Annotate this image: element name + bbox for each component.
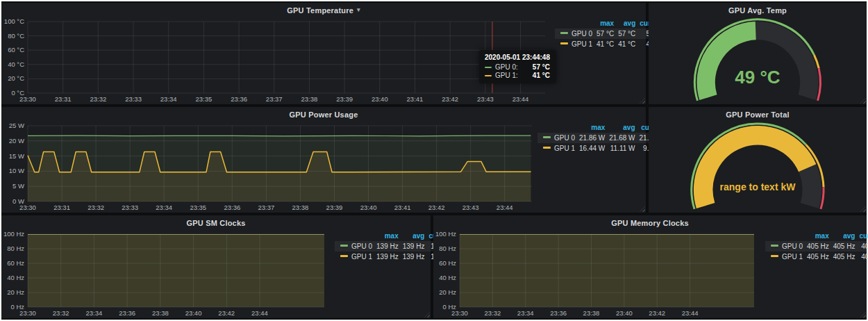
legend-series-name[interactable]: GPU 0 <box>555 28 592 39</box>
svg-text:23:34: 23:34 <box>517 309 534 317</box>
legend-col-avg[interactable]: avg <box>614 18 635 28</box>
svg-text:23:34: 23:34 <box>86 309 103 317</box>
svg-text:40 °C: 40 °C <box>8 60 24 68</box>
legend-series-name[interactable]: GPU 1 <box>765 252 803 262</box>
series-swatch-icon <box>340 255 348 257</box>
legend-value: 139 Hz <box>399 241 425 252</box>
svg-text:23:34: 23:34 <box>156 204 172 211</box>
panel-title-gpu-power-usage[interactable]: GPU Power Usage <box>1 107 646 122</box>
legend-col-max[interactable]: max <box>592 18 614 28</box>
svg-text:23:42: 23:42 <box>428 204 445 211</box>
svg-text:80 °C: 80 °C <box>8 32 24 40</box>
panel-title-gpu-avg-temp[interactable]: GPU Avg. Temp <box>649 3 867 17</box>
panel-title-gpu-power-total[interactable]: GPU Power Total <box>649 107 867 122</box>
panel-title-text: GPU Memory Clocks <box>611 219 689 227</box>
svg-text:23:37: 23:37 <box>258 204 274 211</box>
gpu-avg-temp-gauge: 49 °C <box>649 17 867 104</box>
panel-title-text: GPU SM Clocks <box>186 219 245 227</box>
gpu-power-usage-chart[interactable]: 0 W5 W10 W15 W20 W25 W23:3023:3123:3223:… <box>1 122 537 213</box>
legend-col-avg[interactable]: avg <box>829 231 856 241</box>
svg-text:60 °C: 60 °C <box>8 46 24 54</box>
svg-text:60 Hz: 60 Hz <box>7 259 24 267</box>
legend-value: 405 Hz <box>855 252 868 262</box>
svg-text:23:32: 23:32 <box>87 204 104 211</box>
panel-title-gpu-temperature[interactable]: GPU Temperature ▾ <box>1 3 646 17</box>
tooltip-series-value: 57 °C <box>526 63 550 71</box>
series-swatch <box>485 75 492 76</box>
gpu-temperature-chart[interactable]: 2020-05-01 23:44:48 GPU 0: 57 °C GPU 1: … <box>1 17 555 104</box>
legend-col-current[interactable]: current <box>855 231 868 241</box>
svg-text:23:39: 23:39 <box>336 95 353 103</box>
svg-text:23:41: 23:41 <box>407 95 424 103</box>
legend-col-max[interactable]: max <box>372 231 399 241</box>
legend-value: 405 Hz <box>803 252 829 262</box>
svg-text:40 Hz: 40 Hz <box>7 274 24 281</box>
svg-text:100 Hz: 100 Hz <box>3 230 24 238</box>
panel-title-text: GPU Avg. Temp <box>728 6 787 15</box>
legend-series-name[interactable]: GPU 0 <box>537 133 575 143</box>
series-swatch-icon <box>560 32 568 34</box>
legend-row: GPU 116.44 W11.11 W9.79 W <box>537 143 665 154</box>
legend-series-name[interactable]: GPU 1 <box>335 252 372 262</box>
svg-text:23:39: 23:39 <box>326 204 343 211</box>
svg-text:23:40: 23:40 <box>185 309 202 317</box>
legend-value: 16.44 W <box>575 143 605 154</box>
legend-gpu-power-usage: maxavgcurrentGPU 021.86 W21.68 W21.77 WG… <box>537 122 646 213</box>
series-swatch-icon <box>771 245 778 247</box>
legend-gpu-temperature: maxavgcurrentGPU 057 °C57 °C57 °CGPU 141… <box>555 17 646 104</box>
legend-series-name[interactable]: GPU 1 <box>537 143 575 154</box>
svg-text:23:30: 23:30 <box>19 95 36 103</box>
svg-text:23:44: 23:44 <box>682 309 699 317</box>
legend-series-name[interactable]: GPU 1 <box>555 39 592 49</box>
svg-text:23:44: 23:44 <box>512 95 529 103</box>
svg-text:20 Hz: 20 Hz <box>7 288 24 296</box>
svg-text:80 Hz: 80 Hz <box>439 245 456 252</box>
svg-text:23:31: 23:31 <box>55 95 72 103</box>
chevron-down-icon: ▾ <box>357 7 360 13</box>
svg-text:23:38: 23:38 <box>301 95 318 103</box>
svg-text:5 W: 5 W <box>12 182 24 190</box>
svg-text:23:41: 23:41 <box>394 204 411 211</box>
legend-row: GPU 021.86 W21.68 W21.77 W <box>537 133 665 143</box>
legend-col-avg[interactable]: avg <box>605 122 635 133</box>
svg-text:23:43: 23:43 <box>462 204 479 211</box>
svg-text:23:43: 23:43 <box>477 95 494 103</box>
svg-text:100 Hz: 100 Hz <box>435 230 456 238</box>
gpu-memory-clocks-chart[interactable]: 0 Hz20 Hz40 Hz60 Hz80 Hz100 Hz23:3023:32… <box>433 230 765 318</box>
legend-series-name[interactable]: GPU 0 <box>765 241 803 252</box>
legend-value: 11.11 W <box>605 143 635 154</box>
svg-text:23:40: 23:40 <box>372 95 388 103</box>
svg-text:23:35: 23:35 <box>190 204 206 211</box>
svg-text:23:34: 23:34 <box>160 95 177 103</box>
legend-col-max[interactable]: max <box>803 231 829 241</box>
svg-text:100 °C: 100 °C <box>4 17 24 25</box>
svg-text:23:42: 23:42 <box>649 309 665 317</box>
legend-series-name[interactable]: GPU 0 <box>335 241 372 252</box>
tooltip-series-label: GPU 0: <box>495 63 518 71</box>
legend-value: 41 °C <box>592 39 614 49</box>
legend-col-max[interactable]: max <box>575 122 605 133</box>
svg-text:23:32: 23:32 <box>484 309 501 317</box>
svg-text:40 Hz: 40 Hz <box>439 274 456 281</box>
svg-text:20 W: 20 W <box>9 137 24 145</box>
svg-text:10 W: 10 W <box>9 167 24 174</box>
legend-row: GPU 0405 Hz405 Hz405 Hz <box>765 241 868 252</box>
legend-value: 57 °C <box>614 28 635 39</box>
legend-col-avg[interactable]: avg <box>399 231 425 241</box>
panel-gpu-power-usage: GPU Power Usage 0 W5 W10 W15 W20 W25 W23… <box>1 107 646 213</box>
svg-text:25 W: 25 W <box>9 122 24 129</box>
series-swatch <box>485 67 492 68</box>
legend-value: 405 Hz <box>803 241 829 252</box>
panel-gpu-memory-clocks: GPU Memory Clocks 0 Hz20 Hz40 Hz60 Hz80 … <box>433 215 867 318</box>
tooltip-series-label: GPU 1: <box>495 72 518 79</box>
series-swatch-icon <box>543 136 551 138</box>
panel-title-gpu-sm-clocks[interactable]: GPU SM Clocks <box>1 215 431 230</box>
svg-text:23:36: 23:36 <box>119 309 135 317</box>
panel-title-gpu-memory-clocks[interactable]: GPU Memory Clocks <box>433 215 867 230</box>
svg-text:20 °C: 20 °C <box>8 74 24 82</box>
gpu-sm-clocks-chart[interactable]: 0 Hz20 Hz40 Hz60 Hz80 Hz100 Hz23:3023:32… <box>1 230 335 318</box>
svg-text:23:30: 23:30 <box>19 204 36 211</box>
legend-row: GPU 057 °C57 °C57 °C <box>555 28 664 39</box>
svg-text:23:35: 23:35 <box>196 95 212 103</box>
series-swatch-icon <box>771 255 778 257</box>
